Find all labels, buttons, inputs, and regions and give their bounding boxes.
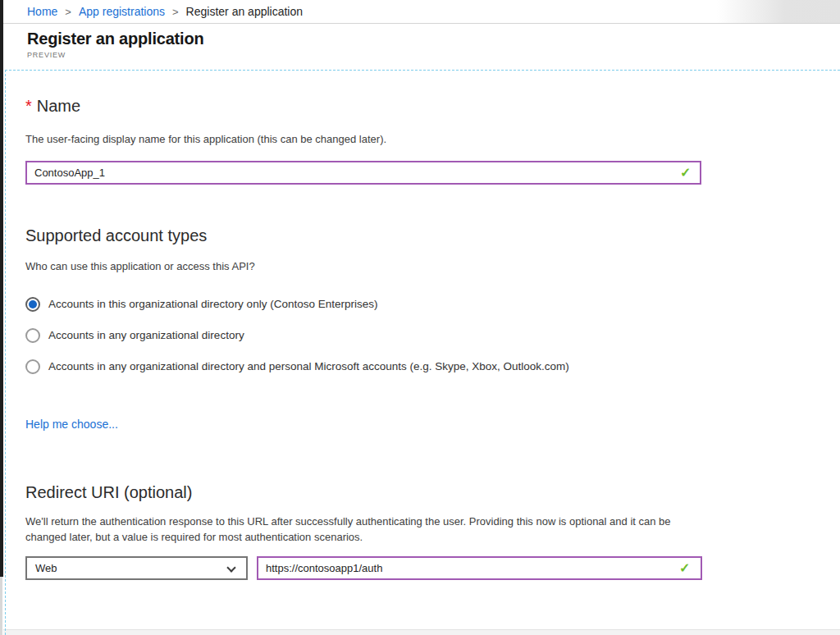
app-name-input[interactable] [25, 161, 701, 185]
sidebar-edge-bottom [0, 577, 2, 635]
account-types-radio-group: Accounts in this organizational director… [25, 296, 815, 375]
blade-header: Register an application PREVIEW [27, 30, 203, 59]
breadcrumb-home[interactable]: Home [27, 5, 57, 18]
radio-option-label: Accounts in any organizational directory [48, 327, 244, 344]
radio-dot [29, 331, 37, 340]
preview-badge: PREVIEW [27, 51, 203, 59]
required-asterisk: * [25, 97, 32, 115]
page-title: Register an application [27, 30, 203, 48]
redirect-uri-heading: Redirect URI (optional) [25, 482, 815, 502]
platform-type-select[interactable]: Web [25, 556, 248, 580]
radio-button-icon[interactable] [25, 359, 40, 374]
radio-button-icon[interactable] [25, 328, 40, 343]
redirect-uri-description: We'll return the authentication response… [25, 514, 693, 545]
radio-option-label: Accounts in this organizational director… [48, 296, 377, 313]
redirect-uri-input[interactable] [257, 556, 702, 580]
radio-dot [29, 300, 37, 308]
name-description: The user-facing display name for this ap… [25, 131, 815, 147]
chevron-down-icon [226, 563, 235, 572]
name-field-wrap: ✓ [25, 161, 815, 185]
radio-option-this-directory[interactable]: Accounts in this organizational director… [25, 296, 815, 313]
radio-option-any-directory[interactable]: Accounts in any organizational directory [25, 327, 815, 344]
redirect-uri-field-wrap: ✓ [257, 556, 702, 580]
account-types-heading: Supported account types [25, 226, 815, 245]
breadcrumb-current-page: Register an application [186, 5, 303, 18]
breadcrumb-separator-icon: > [172, 6, 179, 18]
breadcrumb-app-registrations[interactable]: App registrations [79, 5, 165, 18]
account-types-question: Who can use this application or access t… [25, 258, 815, 274]
radio-button-icon[interactable] [25, 297, 40, 312]
help-me-choose-link[interactable]: Help me choose... [25, 418, 118, 431]
breadcrumb: Home > App registrations > Register an a… [3, 0, 840, 24]
sidebar-edge [0, 0, 3, 577]
radio-dot [29, 363, 37, 371]
name-heading-label: Name [37, 97, 80, 115]
breadcrumb-separator-icon: > [65, 6, 71, 18]
radio-option-any-directory-personal[interactable]: Accounts in any organizational directory… [25, 359, 815, 375]
radio-option-label: Accounts in any organizational directory… [48, 359, 569, 375]
name-section-heading: *Name [25, 96, 815, 116]
horizontal-scrollbar-track[interactable] [3, 629, 840, 635]
redirect-uri-row: Web ✓ [25, 556, 815, 580]
platform-type-value: Web [35, 562, 57, 574]
blade-content: *Name The user-facing display name for t… [25, 70, 815, 580]
